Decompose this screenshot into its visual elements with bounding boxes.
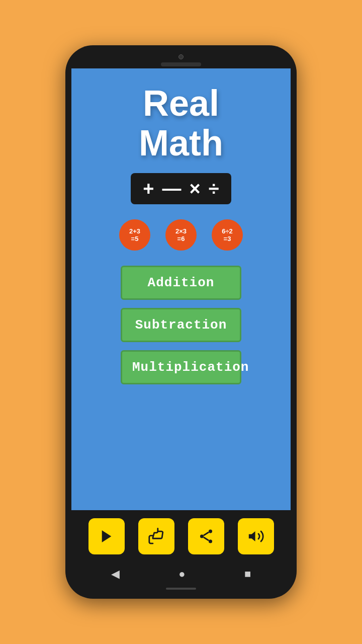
sound-icon	[247, 528, 264, 545]
phone-bottom-bar	[71, 585, 291, 590]
app-title: Real Math	[139, 84, 223, 163]
svg-point-1	[208, 530, 212, 533]
svg-line-5	[203, 537, 208, 541]
svg-point-2	[200, 534, 203, 538]
nav-bar: ◀ ● ■	[71, 562, 291, 585]
title-line1: Real	[143, 83, 219, 123]
multiplication-badge: 2×3=6	[165, 219, 197, 251]
menu-buttons: Addition Subtraction Multiplication	[81, 266, 281, 384]
play-store-button[interactable]	[88, 518, 125, 554]
recents-nav[interactable]: ■	[244, 568, 251, 581]
back-nav[interactable]: ◀	[111, 568, 120, 581]
minus-operator: —	[162, 179, 182, 198]
phone-camera	[178, 54, 184, 59]
svg-line-4	[203, 532, 208, 536]
title-line2: Math	[139, 123, 223, 163]
badges-row: 2+3=5 2×3=6 6÷2=3	[119, 219, 243, 251]
play-icon	[99, 528, 115, 544]
share-button[interactable]	[188, 518, 224, 554]
phone-top-bar	[71, 54, 291, 68]
division-badge: 6÷2=3	[212, 219, 243, 251]
phone-screen: Real Math + — × ÷ 2+3=5 2×3=6 6÷2=3 Addi…	[71, 68, 291, 585]
phone-speaker	[161, 62, 201, 66]
subtraction-button[interactable]: Subtraction	[121, 308, 241, 342]
svg-marker-0	[102, 530, 111, 542]
svg-marker-6	[248, 531, 255, 541]
addition-button[interactable]: Addition	[121, 266, 241, 300]
phone-frame: Real Math + — × ÷ 2+3=5 2×3=6 6÷2=3 Addi…	[65, 45, 297, 599]
share-icon	[198, 528, 215, 545]
sound-button[interactable]	[238, 518, 274, 554]
home-indicator	[166, 588, 196, 590]
bottom-bar	[71, 510, 291, 562]
divide-operator: ÷	[209, 179, 219, 198]
home-nav[interactable]: ●	[178, 568, 185, 581]
like-button[interactable]	[138, 518, 174, 554]
plus-operator: +	[143, 179, 154, 198]
addition-badge: 2+3=5	[119, 219, 150, 251]
multiplication-button[interactable]: Multiplication	[121, 350, 241, 384]
times-operator: ×	[190, 179, 201, 198]
app-content: Real Math + — × ÷ 2+3=5 2×3=6 6÷2=3 Addi…	[71, 68, 291, 510]
operators-bar: + — × ÷	[131, 173, 231, 204]
thumbs-up-icon	[148, 528, 165, 545]
svg-point-3	[208, 539, 212, 543]
